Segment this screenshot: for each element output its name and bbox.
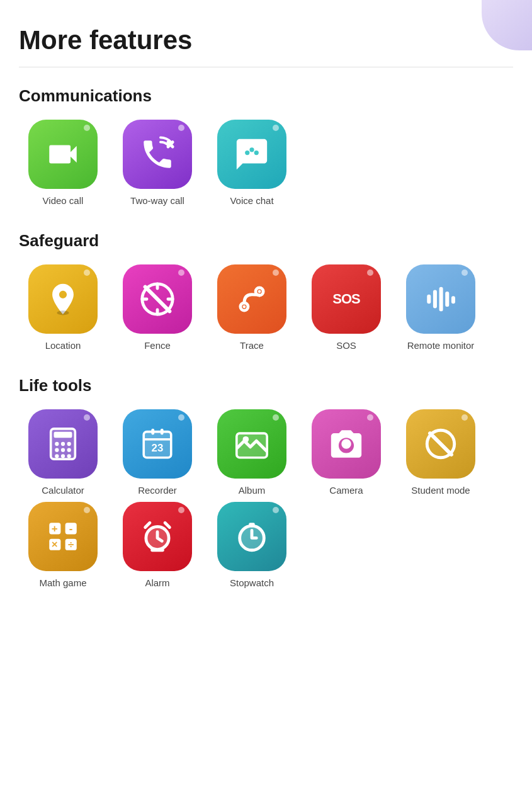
icon-item-alarm[interactable]: Alarm (113, 502, 201, 588)
calculator-icon (28, 409, 98, 479)
svg-point-2 (254, 150, 259, 155)
section-title-communications: Communications (19, 86, 513, 106)
sos-label: SOS (336, 340, 356, 351)
svg-point-23 (55, 454, 59, 458)
section-life-tools: Life tools (19, 376, 513, 588)
icon-item-trace[interactable]: Trace (208, 264, 296, 351)
svg-point-8 (243, 305, 246, 309)
icon-item-voice-chat[interactable]: Voice chat (208, 120, 296, 206)
remote-monitor-label: Remote monitor (407, 340, 475, 351)
svg-rect-14 (451, 296, 455, 304)
svg-point-32 (243, 436, 249, 443)
icon-item-remote-monitor[interactable]: Remote monitor (397, 264, 485, 351)
trace-icon (217, 264, 286, 334)
video-call-icon (28, 120, 98, 189)
stopwatch-icon (217, 502, 286, 571)
icon-item-camera[interactable]: Camera (302, 409, 390, 496)
calculator-label: Calculator (42, 485, 84, 496)
svg-line-34 (430, 433, 451, 455)
svg-text:×: × (52, 538, 58, 550)
stopwatch-label: Stopwatch (230, 577, 274, 588)
trace-label: Trace (240, 340, 264, 351)
svg-text:÷: ÷ (68, 538, 74, 550)
svg-rect-12 (439, 287, 443, 312)
location-label: Location (45, 340, 81, 351)
sos-icon: SOS (312, 264, 381, 334)
fence-icon (123, 264, 192, 334)
two-way-call-label: Two-way call (130, 195, 184, 206)
svg-line-5 (145, 287, 170, 312)
icon-item-fence[interactable]: Fence (113, 264, 201, 351)
safeguard-grid: Location Fence (19, 264, 513, 351)
icon-item-calculator[interactable]: Calculator (19, 409, 107, 496)
svg-point-17 (55, 442, 59, 446)
svg-point-1 (249, 147, 254, 152)
svg-rect-16 (54, 432, 72, 438)
svg-point-9 (258, 290, 261, 293)
svg-rect-28 (161, 429, 164, 435)
camera-icon (312, 409, 381, 479)
svg-rect-27 (151, 429, 154, 435)
section-title-safeguard: Safeguard (19, 231, 513, 251)
camera-label: Camera (329, 485, 363, 496)
recorder-icon: 23 (123, 409, 192, 479)
svg-point-25 (67, 454, 71, 458)
icon-item-video-call[interactable]: Video call (19, 120, 107, 206)
svg-point-22 (67, 448, 71, 452)
svg-rect-11 (433, 290, 437, 309)
life-tools-grid: Calculator 23 Recorder (19, 409, 513, 588)
icon-item-two-way-call[interactable]: Two-way call (113, 120, 201, 206)
icon-item-stopwatch[interactable]: Stopwatch (208, 502, 296, 588)
svg-point-20 (55, 448, 59, 452)
communications-grid: Video call Two-way call (19, 120, 513, 206)
section-title-life-tools: Life tools (19, 376, 513, 395)
student-mode-icon (406, 409, 475, 479)
alarm-icon (123, 502, 192, 571)
svg-point-24 (61, 454, 65, 458)
album-label: Album (239, 485, 266, 496)
svg-text:+: + (52, 523, 58, 535)
icon-item-location[interactable]: Location (19, 264, 107, 351)
svg-text:23: 23 (152, 442, 164, 454)
location-icon (28, 264, 98, 334)
svg-point-19 (67, 442, 71, 446)
svg-text:-: - (69, 523, 73, 535)
recorder-label: Recorder (138, 485, 177, 496)
icon-item-album[interactable]: Album (208, 409, 296, 496)
svg-rect-13 (445, 292, 449, 307)
two-way-call-icon (123, 120, 192, 189)
svg-point-3 (57, 310, 69, 315)
math-game-icon: + - × ÷ (28, 502, 98, 571)
fence-label: Fence (144, 340, 171, 351)
alarm-label: Alarm (145, 577, 169, 588)
svg-point-18 (61, 442, 65, 446)
student-mode-label: Student mode (411, 485, 470, 496)
voice-chat-icon (217, 120, 286, 189)
remote-monitor-icon (406, 264, 475, 334)
icon-item-sos[interactable]: SOS SOS (302, 264, 390, 351)
svg-point-0 (245, 150, 249, 155)
icon-item-student-mode[interactable]: Student mode (397, 409, 485, 496)
math-game-label: Math game (39, 577, 86, 588)
svg-point-21 (61, 448, 65, 452)
svg-rect-10 (427, 295, 431, 304)
title-divider (19, 67, 513, 67)
section-communications: Communications Video call (19, 86, 513, 206)
page-container: More features Communications Video call (0, 0, 532, 806)
icon-item-math-game[interactable]: + - × ÷ Math game (19, 502, 107, 588)
section-safeguard: Safeguard Location (19, 231, 513, 351)
page-title: More features (19, 25, 513, 55)
voice-chat-label: Voice chat (230, 195, 273, 206)
album-icon (217, 409, 286, 479)
sos-text: SOS (332, 291, 359, 307)
video-call-label: Video call (43, 195, 84, 206)
icon-item-recorder[interactable]: 23 Recorder (113, 409, 201, 496)
